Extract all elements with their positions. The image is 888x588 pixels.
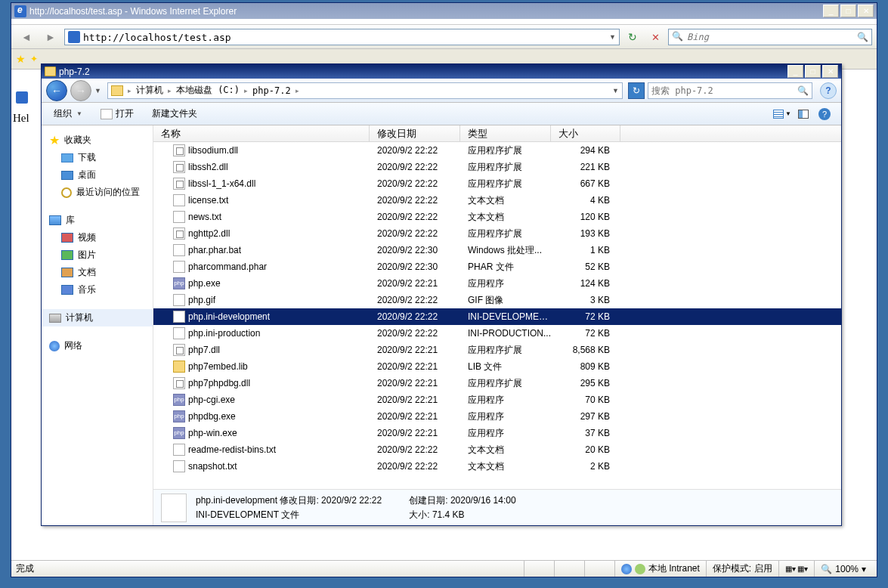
breadcrumb-dropdown-icon[interactable]: ▼ (612, 87, 619, 94)
file-row[interactable]: php7embed.lib2020/9/2 22:21LIB 文件809 KB (153, 358, 841, 375)
file-row[interactable]: libsodium.dll2020/9/2 22:22应用程序扩展294 KB (153, 142, 841, 159)
file-row[interactable]: phpphp-win.exe2020/9/2 22:21应用程序37 KB (153, 425, 841, 441)
file-name: php.gif (188, 295, 215, 305)
file-row[interactable]: php7phpdbg.dll2020/9/2 22:21应用程序扩展295 KB (153, 375, 841, 391)
file-date: 2020/9/2 22:30 (370, 245, 460, 255)
sidebar-item-music[interactable]: 音乐 (42, 281, 153, 299)
file-row[interactable]: php7.dll2020/9/2 22:21应用程序扩展8,568 KB (153, 342, 841, 358)
file-list[interactable]: libsodium.dll2020/9/2 22:22应用程序扩展294 KBl… (153, 142, 841, 489)
file-name: libssh2.dll (188, 162, 228, 172)
help-button[interactable]: ? (815, 106, 834, 122)
forward-button[interactable]: ► (40, 27, 61, 47)
minimize-button[interactable]: _ (823, 5, 839, 17)
col-name[interactable]: 名称 (153, 125, 370, 141)
status-tools[interactable]: ▦▾ ▦▾ (778, 561, 815, 577)
preview-pane-icon (798, 110, 809, 119)
chevron-right-icon[interactable]: ▸ (295, 87, 299, 94)
file-name: libsodium.dll (188, 145, 238, 156)
chevron-right-icon[interactable]: ▸ (168, 87, 172, 94)
file-date: 2020/9/2 22:22 (370, 461, 460, 472)
history-dropdown[interactable]: ▼ (94, 87, 101, 94)
ie-search-box[interactable]: 🔍 🔍 (668, 29, 872, 45)
sidebar-item-documents[interactable]: 文档 (42, 264, 153, 281)
favorites-star-icon[interactable]: ★ (16, 53, 26, 65)
sidebar-item-libraries[interactable]: 库 (42, 212, 153, 229)
tab-icon[interactable] (16, 91, 28, 104)
explorer-toolbar: 组织▼ 打开 新建文件夹 ▼ ? (42, 103, 841, 125)
status-zone: 本地 Intranet (614, 561, 706, 577)
file-row[interactable]: phpphpdbg.exe2020/9/2 22:21应用程序297 KB (153, 408, 841, 425)
view-button[interactable]: ▼ (773, 106, 791, 122)
address-bar[interactable]: ▼ (64, 29, 620, 45)
url-input[interactable] (83, 32, 609, 43)
status-zoom[interactable]: 🔍100% ▾ (814, 561, 872, 577)
chevron-right-icon[interactable]: ▸ (128, 87, 131, 94)
search-icon[interactable]: 🔍 (797, 85, 809, 96)
file-row[interactable]: nghttp2.dll2020/9/2 22:22应用程序扩展193 KB (153, 225, 841, 242)
col-size[interactable]: 大小 (551, 125, 620, 141)
ie-title-text: http://localhost/test.asp - Windows Inte… (29, 6, 823, 17)
ie-titlebar[interactable]: http://localhost/test.asp - Windows Inte… (11, 3, 877, 19)
file-row[interactable]: snapshot.txt2020/9/2 22:22文本文档2 KB (153, 458, 841, 475)
sidebar-item-network[interactable]: 网络 (42, 337, 153, 354)
file-type: GIF 图像 (460, 294, 551, 307)
file-row[interactable]: php.gif2020/9/2 22:22GIF 图像3 KB (153, 292, 841, 308)
col-type[interactable]: 类型 (460, 125, 551, 141)
sidebar-item-recent[interactable]: 最近访问的位置 (42, 184, 153, 201)
col-date[interactable]: 修改日期 (370, 125, 460, 141)
exp-help-button[interactable]: ? (820, 82, 837, 99)
exp-minimize-button[interactable]: _ (787, 65, 803, 78)
maximize-button[interactable]: □ (840, 5, 856, 17)
star-icon: ★ (49, 135, 60, 146)
pane-button[interactable] (794, 106, 812, 122)
sidebar-item-videos[interactable]: 视频 (42, 229, 153, 246)
crumb-disk[interactable]: 本地磁盘 (C:) (173, 84, 243, 97)
file-row[interactable]: libssh2.dll2020/9/2 22:22应用程序扩展221 KB (153, 159, 841, 175)
refresh-button[interactable]: ↻ (624, 29, 641, 45)
sidebar-item-computer[interactable]: 计算机 (42, 309, 153, 326)
back-button[interactable]: ◄ (16, 27, 37, 47)
file-row[interactable]: libssl-1_1-x64.dll2020/9/2 22:22应用程序扩展66… (153, 175, 841, 192)
ie-search-input[interactable] (687, 32, 857, 42)
txt-file-icon (173, 444, 185, 456)
file-row[interactable]: readme-redist-bins.txt2020/9/2 22:22文本文档… (153, 441, 841, 458)
sidebar-item-pictures[interactable]: 图片 (42, 246, 153, 264)
file-row[interactable]: pharcommand.phar2020/9/2 22:30PHAR 文件52 … (153, 258, 841, 275)
file-row[interactable]: phar.phar.bat2020/9/2 22:30Windows 批处理..… (153, 242, 841, 258)
file-row[interactable]: license.txt2020/9/2 22:22文本文档4 KB (153, 192, 841, 209)
file-row[interactable]: php.ini-production2020/9/2 22:22INI-PROD… (153, 325, 841, 342)
file-row[interactable]: php.ini-development2020/9/2 22:22INI-DEV… (153, 308, 841, 325)
search-icon-right[interactable]: 🔍 (857, 32, 868, 42)
close-button[interactable]: ✕ (858, 5, 874, 17)
sidebar-item-favorites[interactable]: ★收藏夹 (42, 132, 153, 149)
file-date: 2020/9/2 22:30 (370, 262, 460, 272)
add-favorites-icon[interactable]: ✦ (30, 54, 38, 64)
chevron-right-icon[interactable]: ▸ (244, 87, 248, 94)
exp-search-box[interactable]: 🔍 (648, 82, 812, 99)
crumb-folder[interactable]: php-7.2 (249, 85, 294, 96)
explorer-titlebar[interactable]: php-7.2 _ □ ✕ (42, 64, 841, 79)
dropdown-icon[interactable]: ▼ (609, 33, 616, 41)
exp-close-button[interactable]: ✕ (822, 65, 838, 78)
tb-organize[interactable]: 组织▼ (49, 105, 87, 122)
desktop-icon (61, 171, 73, 180)
exp-search-input[interactable] (651, 85, 797, 96)
exp-back-button[interactable]: ← (46, 80, 67, 101)
txt-file-icon (173, 460, 185, 472)
exp-refresh-button[interactable]: ↻ (628, 82, 645, 99)
explorer-sidebar: ★收藏夹 下载 桌面 最近访问的位置 库 视频 图片 文档 音乐 计算机 网络 (42, 125, 153, 525)
ie-icon (14, 5, 26, 17)
file-row[interactable]: phpphp.exe2020/9/2 22:21应用程序124 KB (153, 275, 841, 292)
sidebar-item-desktop[interactable]: 桌面 (42, 166, 153, 184)
breadcrumb[interactable]: ▸ 计算机 ▸ 本地磁盘 (C:) ▸ php-7.2 ▸ ▼ (107, 82, 623, 99)
stop-button[interactable]: ✕ (647, 29, 664, 45)
exp-forward-button[interactable]: → (70, 80, 91, 101)
file-name: php-win.exe (188, 428, 237, 438)
file-row[interactable]: news.txt2020/9/2 22:22文本文档120 KB (153, 209, 841, 225)
sidebar-item-downloads[interactable]: 下载 (42, 149, 153, 166)
tb-newfolder[interactable]: 新建文件夹 (147, 105, 202, 122)
tb-open[interactable]: 打开 (96, 105, 138, 122)
crumb-computer[interactable]: 计算机 (133, 84, 166, 97)
file-row[interactable]: phpphp-cgi.exe2020/9/2 22:21应用程序70 KB (153, 391, 841, 408)
exp-maximize-button[interactable]: □ (805, 65, 821, 78)
